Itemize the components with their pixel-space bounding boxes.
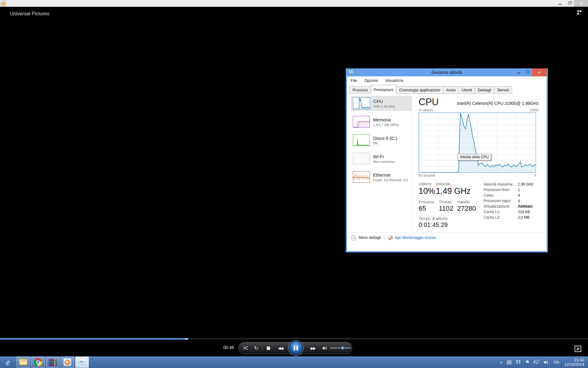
thread-value: 1102: [439, 205, 457, 213]
show-hidden-icons-button[interactable]: ▲: [500, 361, 503, 364]
graph-unit-label: % utilizzo: [419, 108, 433, 112]
pause-icon: [294, 346, 295, 351]
stop-icon: [267, 347, 270, 350]
internet-explorer-icon: e: [6, 357, 10, 367]
player-close-button[interactable]: ×: [574, 0, 588, 7]
stat-value: 2,0 MB: [518, 215, 530, 220]
memoria-thumbnail-graph: [353, 116, 370, 128]
volume-slider[interactable]: [330, 342, 352, 354]
handle-value: 27280: [457, 205, 476, 213]
thread-label: Thread: [439, 200, 457, 204]
exit-fullscreen-button[interactable]: ⬈: [575, 346, 581, 352]
task-manager-statusbar: Meno dettagli Apri Monitoraggio risorse: [347, 232, 547, 243]
stat-label: Processori fisici:: [484, 187, 518, 193]
sidebar-item-label: Disco 0 (C:): [373, 136, 397, 141]
media-player-icon: [63, 358, 71, 366]
stat-label: Processori logici:: [484, 198, 518, 204]
maximize-button[interactable]: [523, 68, 532, 75]
network-icon[interactable]: [534, 360, 539, 364]
menu-opzioni[interactable]: Opzioni: [364, 78, 378, 83]
switch-to-library-button[interactable]: ←: [576, 9, 584, 16]
chevron-up-icon: [351, 235, 356, 240]
sidebar-item-detail: 1,8/3,7 GB (49%): [373, 123, 399, 127]
player-restore-button[interactable]: [565, 0, 574, 7]
tab-processi[interactable]: Processi: [349, 86, 371, 94]
processi-label: Processi: [419, 200, 439, 204]
sidebar-item-wifi[interactable]: Wi-Fi Non connesso: [351, 151, 412, 166]
stat-label: Velocità massima:: [484, 182, 518, 187]
taskbar-file-explorer[interactable]: [17, 357, 30, 368]
mute-button[interactable]: [320, 342, 330, 354]
cpu-stats-right: Velocità massima:1,99 GHz Processori fis…: [484, 182, 533, 228]
tab-utenti[interactable]: Utenti: [458, 86, 475, 94]
close-button[interactable]: ×: [532, 68, 547, 76]
task-manager-icon: [78, 358, 86, 366]
stat-label: Cores:: [484, 193, 518, 198]
cpu-panel-title: CPU: [419, 97, 439, 108]
sidebar-item-disco[interactable]: Disco 0 (C:) 0%: [351, 133, 412, 148]
task-manager-titlebar[interactable]: Gestione attività ×: [347, 68, 547, 76]
sidebar-item-label: Wi-Fi: [373, 154, 394, 159]
clock-time: 21.42: [564, 358, 584, 362]
pause-button[interactable]: [289, 341, 303, 355]
sidebar-item-label: Memoria: [373, 117, 399, 122]
sidebar-item-cpu[interactable]: CPU 10% 1,49 GHz: [351, 96, 412, 111]
playback-time: 00.46: [218, 345, 234, 350]
clock-date: 12/10/2014: [564, 362, 584, 367]
uptime-value: 0:01:45:29: [419, 221, 484, 228]
seek-progress: [0, 338, 187, 340]
desktop: × Universal Pictures ← Gestione attività…: [0, 0, 588, 368]
uptime-label: Tempo di attività: [419, 216, 447, 221]
seek-bar[interactable]: [0, 338, 588, 339]
ethernet-thumbnail-graph: [353, 171, 370, 183]
fast-forward-icon: ▶▶: [311, 346, 315, 351]
menu-visualizza[interactable]: Visualizza: [385, 78, 403, 83]
tab-prestazioni[interactable]: Prestazioni: [371, 85, 396, 94]
volume-knob[interactable]: [341, 346, 345, 350]
shuffle-button[interactable]: [240, 342, 252, 354]
sidebar-item-memoria[interactable]: Memoria 1,8/3,7 GB (49%): [351, 114, 412, 129]
taskbar-internet-explorer[interactable]: e: [0, 356, 16, 368]
taskbar-media-player[interactable]: [61, 357, 74, 368]
open-resource-monitor-link[interactable]: Apri Monitoraggio risorse: [395, 236, 435, 240]
graph-timespan-label: 60 secondi: [419, 174, 435, 177]
sidebar-item-detail: Non connesso: [373, 160, 394, 163]
touch-keyboard-icon[interactable]: [507, 360, 511, 364]
utilizzo-value: 10%: [419, 186, 436, 196]
stat-label: Cache L2:: [484, 215, 518, 220]
tab-cronologia-applicazioni[interactable]: Cronologia applicazioni: [396, 86, 443, 94]
system-tray: ▲ ⚑ ITA 21.42 12/10/2014: [500, 358, 588, 367]
taskbar-clock[interactable]: 21.42 12/10/2014: [564, 358, 584, 367]
statusbar-separator: [384, 235, 385, 240]
volume-tray-icon[interactable]: [544, 360, 549, 365]
tab-servizi[interactable]: Servizi: [494, 86, 512, 94]
taskbar: e ▲: [0, 356, 588, 368]
minimize-button[interactable]: [514, 68, 523, 75]
stop-button[interactable]: [263, 342, 273, 354]
dropbox-icon[interactable]: [516, 360, 521, 365]
graph-max-label: 100%: [530, 108, 539, 112]
stat-value: 1,99 GHz: [518, 182, 533, 187]
tab-dettagli[interactable]: Dettagli: [475, 86, 494, 94]
less-details-button[interactable]: Meno dettagli: [359, 236, 381, 240]
sidebar-item-ethernet[interactable]: Ethernet Inviati: 9,8 Ricevuti: 0,2: [351, 170, 412, 184]
shuffle-icon: [243, 346, 249, 350]
cpu-stats-left: Utilizzo Velocità 10% 1,49 GHz Processi …: [419, 182, 484, 228]
player-minimize-button[interactable]: [556, 0, 565, 7]
fast-forward-button[interactable]: ▶▶: [306, 342, 320, 354]
menu-file[interactable]: File: [351, 78, 357, 83]
repeat-button[interactable]: ↻: [252, 342, 261, 354]
file-explorer-icon: [19, 359, 28, 365]
taskbar-winrar[interactable]: [46, 357, 59, 368]
stat-value: 224 KB: [518, 209, 530, 215]
tab-avvio[interactable]: Avvio: [443, 86, 459, 94]
processi-value: 65: [419, 205, 439, 213]
seek-progress-tip: [185, 338, 188, 340]
taskbar-task-manager[interactable]: [75, 357, 89, 368]
cpu-usage-graph[interactable]: Attività della CPU: [419, 113, 536, 173]
language-indicator[interactable]: ITA: [553, 360, 560, 365]
stat-value: 4: [518, 198, 520, 204]
rewind-button[interactable]: ◀◀: [273, 342, 288, 354]
taskbar-chrome[interactable]: [31, 357, 45, 368]
action-center-flag-icon[interactable]: ⚑: [525, 359, 529, 365]
